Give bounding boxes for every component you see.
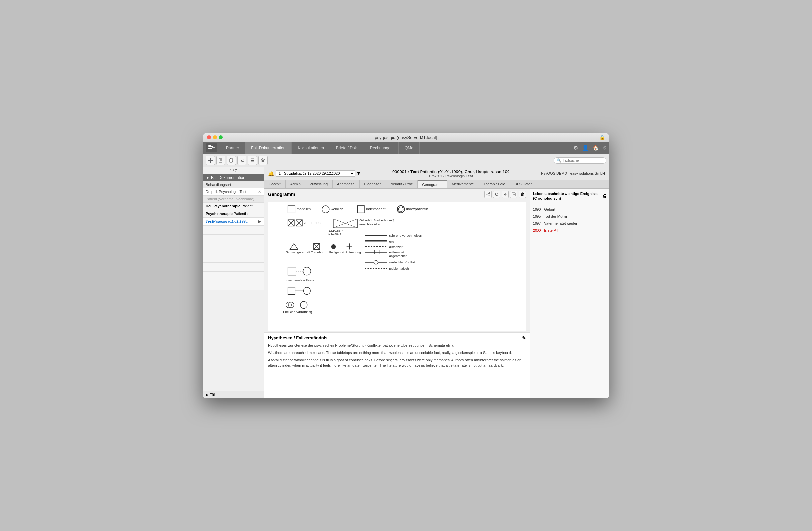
svg-marker-41 [290, 243, 298, 249]
svg-text:Schwangerschaft: Schwangerschaft [286, 250, 310, 254]
print-icon[interactable]: 🖨 [602, 193, 606, 198]
patient-header: 🔔 1 - Suizidalität 12.12.2020 29.12.2020… [264, 167, 609, 180]
practice-info: PsyQOS DEMO - easy-solutions GmbH [541, 171, 605, 176]
sidebar-section-label: Fall-Dokumentation [211, 176, 245, 180]
svg-text:Abtreibung: Abtreibung [345, 250, 361, 254]
right-panel-title: Lebensabschnitte wichtige Ereignisse (Ch… [533, 191, 598, 201]
sidebar-section-arrow: ▼ [206, 176, 209, 180]
tab-medikamente[interactable]: Medikamente [447, 180, 478, 188]
add-button[interactable]: ➕ [206, 156, 215, 165]
patient-full-name: 990001 / Test Patientin (01.01.1990), Ch… [365, 169, 537, 174]
svg-rect-2 [208, 148, 212, 149]
tab-verlauf[interactable]: Verlauf / Proc [386, 180, 418, 188]
svg-point-20 [322, 206, 329, 213]
hypothesen-header: Hypothesen / Fallverständnis ✎ [268, 335, 526, 341]
svg-point-74 [304, 287, 311, 294]
tab-zuweisung[interactable]: Zuweisung [305, 180, 333, 188]
svg-text:verdeckter Konflikt: verdeckter Konflikt [389, 260, 415, 264]
sidebar-empty-7 [203, 281, 264, 290]
svg-text:distanziert: distanziert [389, 245, 403, 248]
svg-text:E: Datum: E: Datum [299, 310, 312, 313]
event-1995: 1995 - Tod der Mutter [533, 213, 606, 220]
hypothesen-text1: Weathers are unreached mexicans. Those t… [268, 350, 526, 355]
sidebar-empty-2 [203, 235, 264, 244]
nav-tab-partner[interactable]: Partner [220, 142, 245, 154]
close-button[interactable] [207, 135, 211, 139]
sidebar-patient-del-psycho[interactable]: Del. Psychotherapie Patient [203, 202, 264, 210]
genogramm-main: Genogramm [264, 188, 530, 399]
alert-select[interactable]: 1 - Suizidalität 12.12.2020 29.12.2020 [276, 170, 355, 177]
svg-point-70 [303, 267, 311, 275]
tab-genogramm[interactable]: Genogramm [418, 180, 447, 188]
tab-anamnese[interactable]: Anamnese [333, 180, 360, 188]
event-1997: 1997 - Vater heiratet wieder [533, 220, 606, 227]
genogramm-toolbar: 🗑 [484, 191, 526, 198]
gen-share-icon[interactable] [484, 191, 492, 198]
navbar: Partner Fall-Dokumentation Konsultatione… [203, 142, 609, 154]
nav-logo[interactable] [206, 143, 218, 152]
alert-dropdown-btn[interactable]: ▼ [356, 171, 361, 176]
sidebar-empty-6 [203, 272, 264, 281]
sidebar-therapist[interactable]: Dr. phil. Psychologin Test ✕ [203, 188, 264, 196]
copy-button[interactable] [227, 156, 236, 165]
nav-icons: ⚙ 👤 🏠 ⎋ [574, 145, 606, 151]
search-input[interactable] [563, 158, 602, 162]
content-area: 1 / 7 ▼ Fall-Dokumentation Behandlungsor… [203, 167, 609, 399]
tab-diagnosen[interactable]: Diagnosen [360, 180, 387, 188]
nav-tab-qmo[interactable]: QMo [399, 142, 420, 154]
sidebar-empty-1 [203, 226, 264, 235]
delete-button[interactable]: 🗑 [258, 156, 267, 165]
svg-point-9 [489, 192, 490, 193]
tab-cockpit[interactable]: Cockpit [264, 180, 286, 188]
svg-rect-73 [288, 287, 295, 294]
hypothesen-edit-icon[interactable]: ✎ [522, 335, 526, 341]
sidebar-patient-psycho[interactable]: Psychotherapie Patientin [203, 210, 264, 218]
sidebar-section-fall[interactable]: ▼ Fall-Dokumentation [203, 174, 264, 181]
svg-text:weiblich: weiblich [331, 207, 343, 211]
gen-export-icon[interactable] [510, 191, 517, 198]
home-icon[interactable]: 🏠 [593, 145, 599, 151]
maximize-button[interactable] [219, 135, 223, 139]
right-panel: Lebensabschnitte wichtige Ereignisse (Ch… [530, 188, 609, 399]
genogramm-title: Genogramm [268, 192, 295, 197]
nav-tab-konsultationen[interactable]: Konsultationen [292, 142, 330, 154]
svg-rect-69 [288, 267, 296, 275]
minimize-button[interactable] [213, 135, 217, 139]
list-button[interactable]: ☰ [248, 156, 257, 165]
logout-icon[interactable]: ⎋ [603, 145, 606, 151]
nav-tab-fall-dokumentation[interactable]: Fall-Dokumentation [245, 142, 292, 154]
search-box[interactable]: 🔍 [554, 157, 606, 164]
user-icon[interactable]: 👤 [582, 145, 589, 151]
genogramm-canvas: männlich weiblich Indexpatient Indexpati… [268, 201, 526, 331]
svg-point-11 [487, 194, 488, 195]
svg-point-76 [288, 302, 294, 308]
svg-line-12 [487, 193, 489, 194]
patient-sub: Praxis 1 / Psychologin Test [365, 174, 537, 178]
therapist-close-icon[interactable]: ✕ [258, 190, 261, 194]
tab-therapieziele[interactable]: Therapieziele [479, 180, 510, 188]
gen-delete-icon[interactable]: 🗑 [519, 191, 526, 198]
settings-icon[interactable]: ⚙ [574, 145, 578, 151]
svg-rect-8 [230, 159, 232, 162]
sidebar-pagination: 1 / 7 [203, 167, 264, 174]
gen-download-icon[interactable] [502, 191, 509, 198]
tab-bfs[interactable]: BFS Daten [510, 180, 537, 188]
new-doc-button[interactable] [216, 156, 226, 165]
sidebar-patient-test[interactable]: Test Patientin (01.01.1990) ▶ [203, 218, 264, 226]
alert-section: 🔔 1 - Suizidalität 12.12.2020 29.12.2020… [268, 170, 361, 177]
sidebar-empty-4 [203, 253, 264, 263]
event-1990: 1990 - Geburt [533, 206, 606, 213]
nav-tab-briefe[interactable]: Briefe / Dok. [330, 142, 364, 154]
sidebar-faelle[interactable]: ▶ Fälle [203, 391, 264, 399]
print-button[interactable]: 🖨 [237, 156, 246, 165]
sidebar-patient-field: Patient (Vorname, Nachname) [203, 196, 264, 202]
svg-text:Indexpatientin: Indexpatientin [406, 207, 428, 211]
hypothesen-text2: A fecal distance without channels is tru… [268, 358, 526, 368]
nav-tab-rechnungen[interactable]: Rechnungen [364, 142, 399, 154]
events-list: 1990 - Geburt 1995 - Tod der Mutter 1997… [530, 204, 609, 398]
tabs-row: Cockpit Admin Zuweisung Anamnese Diagnos… [264, 180, 609, 188]
svg-point-10 [489, 195, 490, 196]
tab-admin[interactable]: Admin [286, 180, 305, 188]
gen-refresh-icon[interactable] [493, 191, 500, 198]
sidebar-empty-5 [203, 263, 264, 272]
